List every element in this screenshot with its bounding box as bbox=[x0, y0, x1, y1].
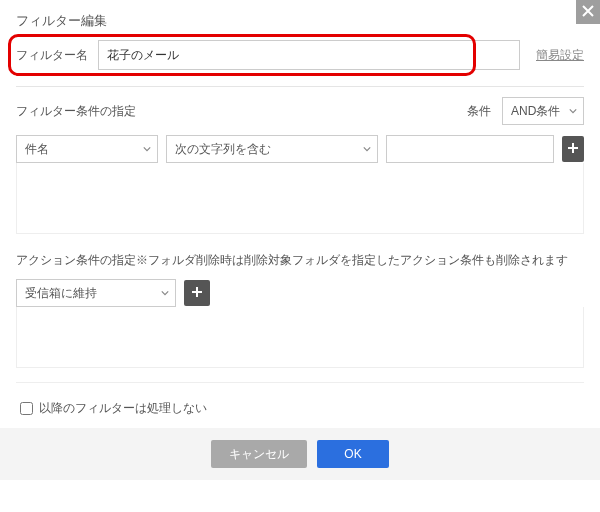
add-action-button[interactable] bbox=[184, 280, 210, 306]
chevron-down-icon bbox=[569, 104, 577, 118]
actions-heading: アクション条件の指定※フォルダ削除時は削除対象フォルダを指定したアクション条件も… bbox=[16, 252, 584, 269]
conditions-label: 条件 bbox=[467, 104, 491, 118]
filter-name-row: フィルター名 簡易設定 bbox=[16, 40, 584, 70]
plus-icon bbox=[191, 284, 203, 302]
dialog-title: フィルター編集 bbox=[16, 12, 584, 30]
conditions-header: フィルター条件の指定 条件 AND条件 bbox=[16, 97, 584, 125]
action-row: 受信箱に維持 bbox=[16, 279, 584, 307]
condition-op-value: 次の文字列を含む bbox=[175, 141, 271, 158]
action-value: 受信箱に維持 bbox=[25, 285, 97, 302]
actions-panel bbox=[16, 307, 584, 368]
conditions-heading: フィルター条件の指定 bbox=[16, 103, 136, 120]
dialog-footer: キャンセル OK bbox=[0, 428, 600, 480]
chevron-down-icon bbox=[363, 142, 371, 156]
stop-processing-label: 以降のフィルターは処理しない bbox=[39, 400, 207, 417]
action-select[interactable]: 受信箱に維持 bbox=[16, 279, 176, 307]
condition-op-select[interactable]: 次の文字列を含む bbox=[166, 135, 377, 163]
close-button[interactable] bbox=[576, 0, 600, 24]
ok-button[interactable]: OK bbox=[317, 440, 389, 468]
stop-processing-row[interactable]: 以降のフィルターは処理しない bbox=[16, 399, 584, 418]
condition-field-select[interactable]: 件名 bbox=[16, 135, 158, 163]
cancel-button[interactable]: キャンセル bbox=[211, 440, 307, 468]
filter-name-label: フィルター名 bbox=[16, 47, 88, 64]
add-condition-button[interactable] bbox=[562, 136, 584, 162]
stop-processing-checkbox[interactable] bbox=[20, 402, 33, 415]
chevron-down-icon bbox=[161, 286, 169, 300]
condition-row: 件名 次の文字列を含む bbox=[16, 135, 584, 163]
condition-value-input[interactable] bbox=[386, 135, 554, 163]
plus-icon bbox=[567, 140, 579, 158]
conditions-logic-select[interactable]: AND条件 bbox=[502, 97, 584, 125]
conditions-logic-value: AND条件 bbox=[511, 103, 560, 120]
simple-settings-link[interactable]: 簡易設定 bbox=[536, 47, 584, 64]
conditions-panel bbox=[16, 163, 584, 234]
filter-name-input[interactable] bbox=[98, 40, 520, 70]
close-icon bbox=[582, 3, 594, 21]
chevron-down-icon bbox=[143, 142, 151, 156]
condition-field-value: 件名 bbox=[25, 141, 49, 158]
